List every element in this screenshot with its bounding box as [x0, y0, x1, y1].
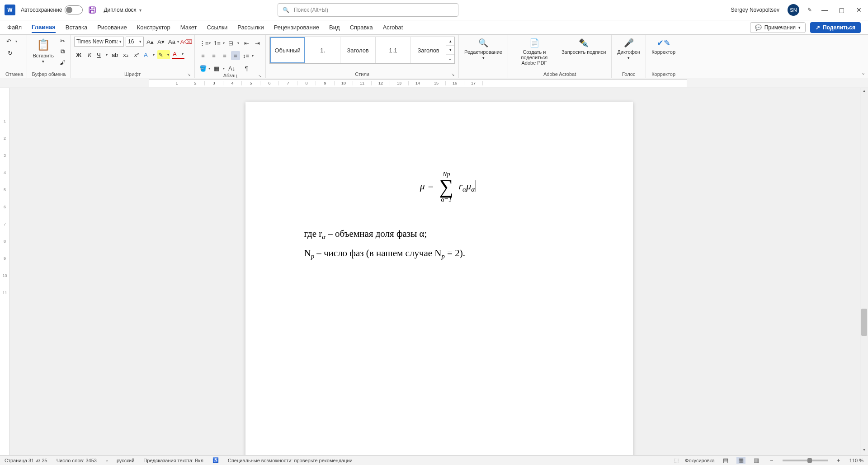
status-accessibility[interactable]: Специальные возможности: проверьте реком… [228, 458, 353, 463]
tab-acrobat[interactable]: Acrobat [383, 22, 403, 33]
page[interactable]: μ = Np ∑ α=1 rαμα где rα – объемная доля… [245, 102, 633, 455]
vertical-ruler[interactable]: 1234567891011 [0, 88, 10, 455]
format-painter-button[interactable]: 🖌 [58, 58, 66, 66]
tab-view[interactable]: Вид [329, 22, 340, 33]
increase-indent-button[interactable]: ⇥ [253, 38, 262, 47]
font-size-combo[interactable]: 16▾ [126, 37, 144, 47]
save-icon[interactable] [88, 6, 96, 14]
style-heading1-num[interactable]: 1. [305, 37, 340, 63]
scroll-up-button[interactable]: ▴ [860, 88, 868, 96]
dialog-launcher-icon[interactable]: ↘ [187, 72, 191, 77]
tab-help[interactable]: Справка [350, 22, 373, 33]
tab-review[interactable]: Рецензирование [274, 22, 319, 33]
change-case-button[interactable]: Aa▾ [167, 37, 180, 46]
styles-up-button[interactable]: ▴ [446, 37, 454, 46]
justify-button[interactable]: ≡ [231, 51, 240, 60]
align-center-button[interactable]: ≡ [209, 51, 218, 60]
scroll-thumb[interactable] [861, 309, 867, 336]
tab-layout[interactable]: Макет [180, 22, 197, 33]
tab-references[interactable]: Ссылки [207, 22, 228, 33]
subscript-button[interactable]: x₂ [121, 50, 130, 59]
tab-home[interactable]: Главная [32, 22, 56, 33]
strikethrough-button[interactable]: ab [110, 50, 119, 59]
maximize-button[interactable]: ▢ [837, 6, 846, 14]
superscript-button[interactable]: x² [132, 50, 141, 59]
search-input[interactable]: 🔍 Поиск (Alt+Ы) [278, 3, 458, 17]
underline-button[interactable]: Ч▾ [96, 50, 108, 59]
status-zoom[interactable]: 110 % [849, 458, 863, 463]
equation[interactable]: μ = Np ∑ α=1 rαμα [304, 169, 592, 204]
tab-file[interactable]: Файл [7, 22, 22, 33]
style-heading1[interactable]: Заголов [340, 37, 376, 63]
sort-button[interactable]: A↓ [227, 64, 240, 73]
status-page[interactable]: Страница 31 из 35 [5, 458, 47, 463]
zoom-out-button[interactable]: − [767, 457, 776, 464]
close-button[interactable]: ✕ [854, 6, 863, 14]
horizontal-ruler[interactable]: 1234 56789 1011121314 151617 [149, 79, 687, 87]
status-language[interactable]: русский [117, 458, 134, 463]
style-heading2[interactable]: Заголов [411, 37, 446, 63]
multilevel-button[interactable]: ⊟▾ [227, 38, 240, 47]
dialog-launcher-icon[interactable]: ↘ [451, 72, 455, 77]
dictation-button[interactable]: 🎤 Диктофон ▾ [615, 37, 642, 61]
user-name[interactable]: Sergey Novopoltsev [731, 7, 779, 13]
collapse-ribbon-button[interactable]: ⌄ [861, 70, 865, 76]
dialog-launcher-icon[interactable]: ↘ [258, 74, 262, 78]
user-avatar[interactable]: SN [788, 4, 799, 16]
view-read-button[interactable]: ▤ [721, 457, 730, 464]
grow-font-button[interactable]: A▴ [146, 37, 155, 46]
italic-button[interactable]: К [85, 50, 94, 59]
font-name-combo[interactable]: Times New Roman▾ [74, 37, 124, 47]
styles-down-button[interactable]: ▾ [446, 46, 454, 54]
status-focus[interactable]: Фокусировка [685, 458, 715, 463]
minimize-button[interactable]: — [820, 6, 829, 14]
spellcheck-icon[interactable]: ▫ [106, 458, 108, 463]
shading-button[interactable]: 🪣▾ [198, 64, 211, 73]
undo-button[interactable]: ↶▾ [5, 37, 18, 46]
paragraph-1[interactable]: где rα – объемная доля фазы α; [304, 227, 592, 242]
status-words[interactable]: Число слов: 3453 [57, 458, 97, 463]
redo-button[interactable]: ↻ [5, 48, 14, 57]
tab-mailings[interactable]: Рассылки [237, 22, 264, 33]
paragraph-2[interactable]: Np – число фаз (в нашем случае Np = 2). [304, 246, 592, 261]
tab-design[interactable]: Конструктор [137, 22, 170, 33]
document-name[interactable]: Диплом.docx ▾ [104, 7, 141, 13]
dialog-launcher-icon[interactable]: ↘ [63, 72, 66, 77]
shrink-font-button[interactable]: A▾ [156, 37, 165, 46]
status-predictions[interactable]: Предсказания текста: Вкл [143, 458, 203, 463]
scroll-down-button[interactable]: ▾ [860, 447, 868, 455]
adobe-create-button[interactable]: 📄 Создать и поделиться Adobe PDF [512, 37, 557, 66]
tab-insert[interactable]: Вставка [66, 22, 87, 33]
text-effects-button[interactable]: A▾ [143, 50, 156, 59]
vertical-scrollbar[interactable]: ▴ ▾ [860, 88, 868, 455]
zoom-slider[interactable] [783, 460, 828, 461]
copy-button[interactable]: ⧉ [58, 47, 66, 56]
tab-draw[interactable]: Рисование [97, 22, 127, 33]
paste-button[interactable]: 📋 Вставить ▾ [31, 37, 56, 65]
highlight-button[interactable]: ✎▾ [157, 50, 170, 59]
clear-formatting-button[interactable]: A⌫ [182, 37, 191, 46]
line-spacing-button[interactable]: ↕≡▾ [242, 51, 255, 60]
view-print-button[interactable]: ▦ [736, 457, 745, 464]
autosave-toggle[interactable] [65, 5, 83, 14]
bold-button[interactable]: Ж [74, 50, 83, 59]
comments-button[interactable]: 💬 Примечания ▾ [750, 22, 806, 33]
corrector-button[interactable]: ✔✎ Корректор [650, 37, 677, 56]
borders-button[interactable]: ▦▾ [213, 64, 226, 73]
cut-button[interactable]: ✂ [58, 37, 66, 45]
font-color-button[interactable]: A▾ [172, 50, 184, 59]
numbering-button[interactable]: 1≡▾ [213, 38, 226, 47]
bullets-button[interactable]: ⋮≡▾ [198, 38, 211, 47]
style-heading2-num[interactable]: 1.1 [376, 37, 411, 63]
adobe-sign-button[interactable]: ✒️ Запросить подписи [560, 37, 608, 56]
show-marks-button[interactable]: ¶ [242, 64, 251, 73]
share-button[interactable]: ↗ Поделиться [810, 22, 861, 33]
align-left-button[interactable]: ≡ [198, 51, 208, 60]
editing-button[interactable]: 🔍 Редактирование ▾ [462, 37, 504, 61]
view-web-button[interactable]: ▥ [752, 457, 761, 464]
zoom-in-button[interactable]: + [834, 457, 843, 464]
style-normal[interactable]: Обычный [270, 37, 305, 63]
decrease-indent-button[interactable]: ⇤ [242, 38, 251, 47]
document-canvas[interactable]: μ = Np ∑ α=1 rαμα где rα – объемная доля… [10, 88, 868, 455]
align-right-button[interactable]: ≡ [220, 51, 229, 60]
